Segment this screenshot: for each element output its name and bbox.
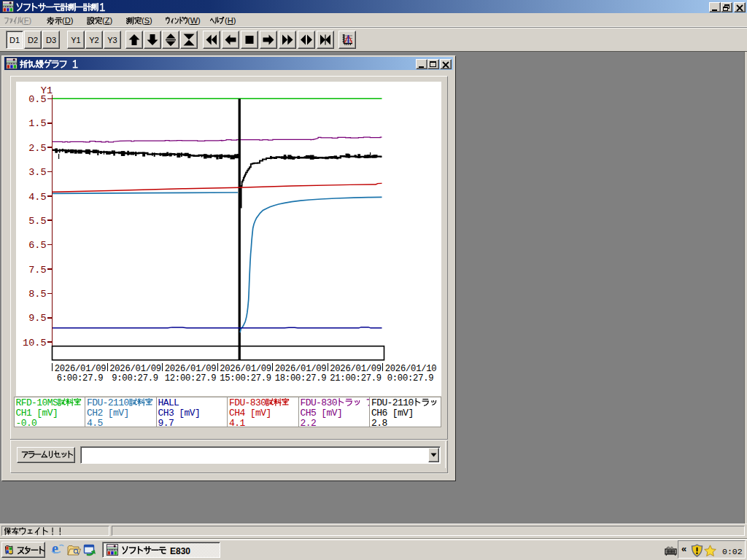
svg-text:2026/01/09: 2026/01/09 — [165, 364, 217, 374]
svg-text:2026/01/10: 2026/01/10 — [385, 364, 437, 374]
svg-text:3.5: 3.5 — [28, 167, 46, 178]
svg-text:Y1: Y1 — [41, 85, 53, 96]
svg-text:2026/01/09: 2026/01/09 — [275, 364, 327, 374]
svg-text:9:00:27.9: 9:00:27.9 — [112, 373, 158, 384]
svg-text:6:00:27.9: 6:00:27.9 — [57, 373, 104, 384]
svg-text:6.5: 6.5 — [28, 240, 46, 251]
svg-text:12:00:27.9: 12:00:27.9 — [165, 373, 217, 384]
svg-text:0:00:27.9: 0:00:27.9 — [387, 373, 434, 384]
svg-text:21:00:27.9: 21:00:27.9 — [330, 373, 382, 384]
svg-text:8.5: 8.5 — [28, 289, 46, 300]
svg-text:2.5: 2.5 — [28, 143, 46, 154]
svg-text:2026/01/09: 2026/01/09 — [330, 364, 382, 374]
svg-text:7.5: 7.5 — [28, 265, 46, 276]
svg-text:15:00:27.9: 15:00:27.9 — [220, 373, 271, 384]
svg-text:2026/01/09: 2026/01/09 — [109, 364, 161, 374]
svg-text:2026/01/09: 2026/01/09 — [55, 364, 107, 374]
svg-text:4.5: 4.5 — [28, 192, 46, 203]
svg-text:5.5: 5.5 — [28, 216, 46, 227]
svg-text:18:00:27.9: 18:00:27.9 — [275, 373, 327, 384]
svg-text:9.5: 9.5 — [28, 313, 46, 324]
svg-text:2026/01/09: 2026/01/09 — [220, 364, 271, 374]
svg-text:1.5: 1.5 — [28, 118, 46, 129]
svg-text:10.5: 10.5 — [23, 338, 46, 349]
